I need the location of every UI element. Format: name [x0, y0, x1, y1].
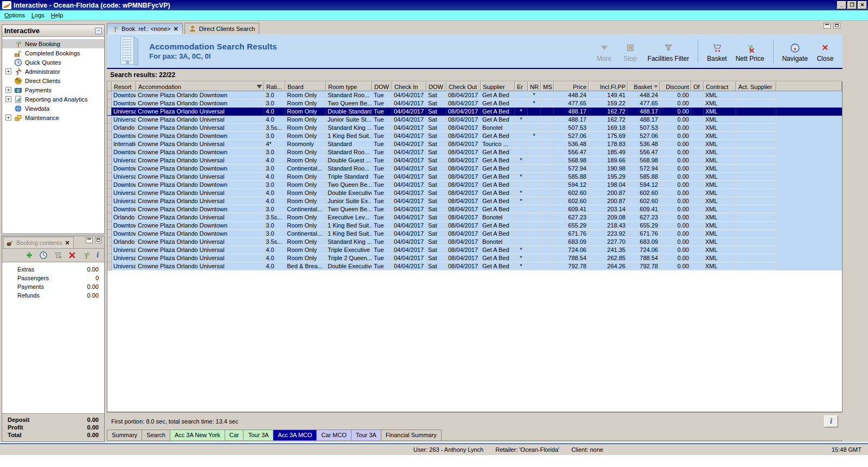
sidebar-item-maintenance[interactable]: + Maintenance — [2, 113, 104, 122]
column-header-act-supplier[interactable]: Act. Supplier — [736, 81, 776, 91]
column-header-ms[interactable]: MS — [541, 81, 554, 91]
row-selector[interactable] — [107, 205, 112, 213]
table-row[interactable]: Internation...Crowne Plaza Orlando Unive… — [107, 140, 842, 148]
nett-price-button[interactable]: Nett Price — [732, 39, 768, 64]
info-icon[interactable]: i — [97, 251, 99, 260]
table-row[interactable]: Orlando (FL)Crowne Plaza Orlando Univers… — [107, 238, 842, 246]
facilities-filter-button[interactable]: Facilities Filter — [644, 39, 693, 64]
row-selector[interactable] — [107, 246, 112, 254]
panel-maximize-icon[interactable] — [95, 237, 102, 243]
table-row[interactable]: Downtown ...Crowne Plaza Orlando Downtow… — [107, 205, 842, 213]
window-minimize-button[interactable]: _ — [837, 1, 846, 9]
booking-contents-tab[interactable]: Booking contents ✕ — [3, 237, 74, 248]
row-selector[interactable] — [107, 181, 112, 189]
table-row[interactable]: Universal O...Crowne Plaza Orlando Unive… — [107, 173, 842, 181]
table-row[interactable]: Universal O...Crowne Plaza Orlando Unive… — [107, 156, 842, 165]
column-header-of[interactable]: Of — [691, 81, 704, 91]
column-header-room-type[interactable]: Room type — [326, 81, 372, 91]
close-icon[interactable]: ✕ — [64, 239, 70, 247]
tab-acc-3a-new-york[interactable]: Acc 3A New York — [170, 430, 225, 441]
sidebar-item-quick-quotes[interactable]: + Quick Quotes — [2, 58, 104, 67]
column-header-resort[interactable]: Resort — [112, 81, 136, 91]
row-selector[interactable] — [107, 132, 112, 140]
row-selector[interactable] — [107, 140, 112, 148]
basket-button[interactable]: Basket — [704, 39, 730, 64]
menu-logs[interactable]: Logs — [30, 11, 49, 20]
column-header-rati[interactable]: Rati... — [264, 81, 285, 91]
tab-financial-summary[interactable]: Financial Summary — [381, 430, 442, 441]
sidebar-item-viewdata[interactable]: + Viewdata — [2, 104, 104, 113]
row-selector[interactable] — [107, 156, 112, 165]
tab-direct-clients-search[interactable]: Direct Clients Search — [184, 23, 259, 34]
row-selector[interactable] — [107, 222, 112, 230]
row-selector[interactable] — [107, 99, 112, 108]
table-row[interactable]: Universal O...Crowne Plaza Orlando Unive… — [107, 108, 842, 116]
tab-car[interactable]: Car — [225, 430, 244, 441]
refresh-clock-icon[interactable] — [39, 251, 48, 260]
menu-help[interactable]: Help — [50, 11, 68, 20]
table-row[interactable]: Universal O...Crowne Plaza Orlando Unive… — [107, 189, 842, 197]
menu-options[interactable]: Options — [3, 11, 29, 20]
column-header-board[interactable]: Board — [285, 81, 326, 91]
column-header-dow[interactable]: DOW — [372, 81, 392, 91]
table-row[interactable]: Downtown ...Crowne Plaza Orlando Downtow… — [107, 165, 842, 173]
column-header-basket[interactable]: Basket — [628, 81, 660, 91]
table-row[interactable]: Downtown ...Crowne Plaza Orlando Downtow… — [107, 148, 842, 156]
table-row[interactable]: Universal O...Crowne Plaza Orlando Unive… — [107, 246, 842, 254]
table-row[interactable]: Universal O...Crowne Plaza Orlando Unive… — [107, 116, 842, 124]
panel-maximize-icon[interactable] — [833, 23, 840, 29]
window-close-button[interactable]: ✕ — [858, 1, 867, 9]
palm-tree-icon[interactable] — [82, 251, 91, 260]
table-row[interactable]: Orlando (FL)Crowne Plaza Orlando Univers… — [107, 213, 842, 222]
close-button[interactable]: ✕ Close — [813, 39, 837, 64]
tab-search[interactable]: Search — [142, 430, 170, 441]
tab-summary[interactable]: Summary — [107, 430, 142, 441]
sidebar-item-completed-bookings[interactable]: + Completed Bookings — [2, 48, 104, 58]
info-button[interactable]: i — [824, 415, 838, 427]
sidebar-item-direct-clients[interactable]: + Direct Clients — [2, 76, 104, 85]
table-row[interactable]: Downtown ...Crowne Plaza Orlando Downtow… — [107, 91, 842, 99]
panel-minimize-icon[interactable] — [824, 23, 831, 29]
close-icon[interactable]: ✕ — [174, 26, 178, 33]
row-selector[interactable] — [107, 197, 112, 205]
add-icon[interactable] — [25, 251, 33, 259]
column-header-dow[interactable]: DOW — [426, 81, 446, 91]
expand-icon[interactable]: + — [5, 87, 11, 93]
column-header-price[interactable]: Price — [554, 81, 589, 91]
sidebar-item-reporting-and-analytics[interactable]: + Reporting and Analytics — [2, 94, 104, 104]
panel-collapse-icon[interactable]: − — [95, 28, 102, 34]
tab-car-mco[interactable]: Car MCO — [317, 430, 351, 441]
cart-arrow-icon[interactable] — [54, 251, 62, 260]
table-row[interactable]: Universal O...Crowne Plaza Orlando Unive… — [107, 197, 842, 205]
row-selector[interactable] — [107, 148, 112, 156]
column-header-nr[interactable]: NR — [528, 81, 541, 91]
sidebar-item-new-booking[interactable]: + New Booking — [2, 39, 104, 48]
expand-icon[interactable]: + — [5, 68, 11, 74]
tab-tour-3a[interactable]: Tour 3A — [244, 430, 273, 441]
row-selector[interactable] — [107, 189, 112, 197]
table-row[interactable]: Downtown ...Crowne Plaza Orlando Downtow… — [107, 230, 842, 238]
column-header-selector[interactable] — [107, 81, 112, 91]
row-selector[interactable] — [107, 108, 112, 116]
window-maximize-button[interactable]: ❐ — [847, 1, 857, 9]
row-selector[interactable] — [107, 116, 112, 124]
sidebar-item-payments[interactable]: + $ Payments — [2, 85, 104, 94]
column-header-check-out[interactable]: Check Out — [446, 81, 481, 91]
column-header-incl-fl-pp[interactable]: Incl.Fl.PP — [589, 81, 628, 91]
column-header-discount[interactable]: Discount — [660, 81, 691, 91]
row-selector[interactable] — [107, 238, 112, 246]
row-selector[interactable] — [107, 230, 112, 238]
table-row[interactable]: Downtown ...Crowne Plaza Orlando Downtow… — [107, 181, 842, 189]
row-selector[interactable] — [107, 124, 112, 132]
navigate-button[interactable]: Navigate — [779, 39, 811, 64]
more-button[interactable]: More — [592, 39, 616, 64]
table-row[interactable]: Downtown ...Crowne Plaza Orlando Downtow… — [107, 132, 842, 140]
row-selector[interactable] — [107, 262, 112, 270]
expand-icon[interactable]: + — [5, 115, 11, 121]
table-row[interactable]: Universal O...Crowne Plaza Orlando Unive… — [107, 262, 842, 270]
panel-minimize-icon[interactable] — [86, 237, 93, 243]
column-header-er[interactable]: Er — [515, 81, 528, 91]
column-header-accommodation[interactable]: Accommodation — [136, 81, 264, 91]
table-row[interactable]: Downtown ...Crowne Plaza Orlando Downtow… — [107, 222, 842, 230]
row-selector[interactable] — [107, 91, 112, 99]
